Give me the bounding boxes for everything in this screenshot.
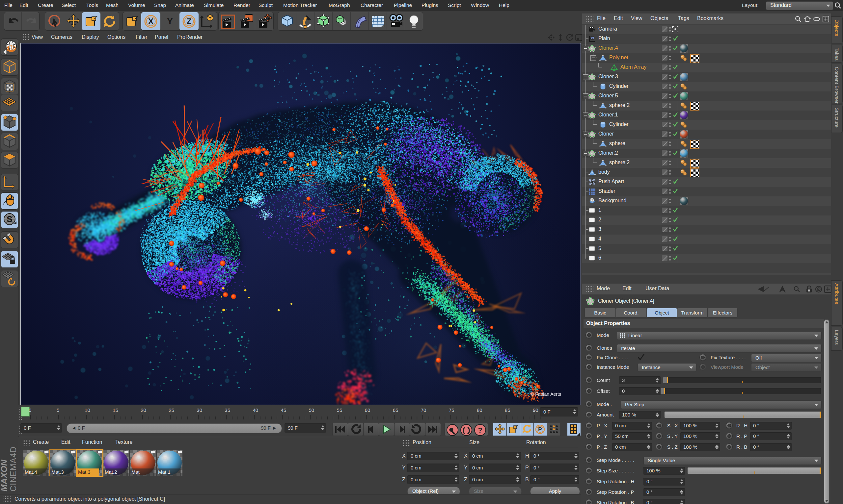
svg-text:Y: Y [167,16,173,26]
svg-text:MAXON: MAXON [1,459,9,491]
svg-text:Z: Z [187,17,192,26]
svg-text:X: X [148,17,153,26]
svg-text:CINEMA4D: CINEMA4D [8,446,18,491]
svg-text:P: P [538,426,542,433]
svg-text:?: ? [478,426,482,434]
svg-text:S: S [6,214,12,224]
